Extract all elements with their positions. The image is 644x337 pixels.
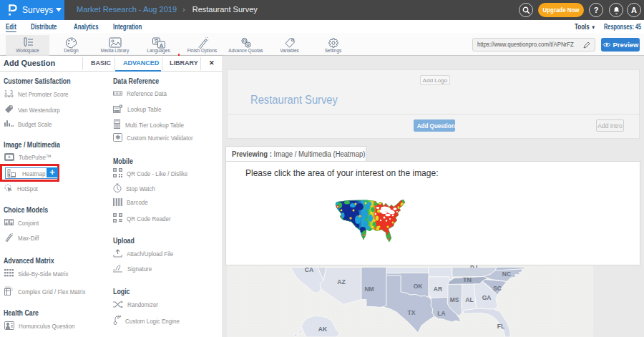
svg-text:1: 1 [11,288,14,291]
svg-text:AL: AL [465,296,473,303]
svg-text:FL: FL [497,323,504,330]
svg-text:KY: KY [470,265,479,269]
svg-text:NC: NC [502,270,511,278]
svg-text:x: x [113,268,115,272]
svg-text:TN: TN [463,276,472,283]
svg-text:AR: AR [434,285,442,293]
svg-text:010: 010 [5,286,11,289]
svg-text:1: 1 [4,89,7,94]
svg-text:TX: TX [408,309,416,316]
svg-text:CA: CA [305,266,313,273]
svg-text:NM: NM [364,285,374,293]
svg-text:AZ: AZ [337,278,345,285]
svg-text:LA: LA [437,310,445,317]
svg-text:SC: SC [493,285,502,292]
svg-text:GA: GA [482,294,492,301]
svg-text:3: 3 [10,89,13,94]
svg-text:MS: MS [450,296,459,303]
svg-text:AK: AK [318,326,328,333]
svg-text:OK: OK [414,283,424,290]
svg-text:✱: ✱ [115,134,121,141]
